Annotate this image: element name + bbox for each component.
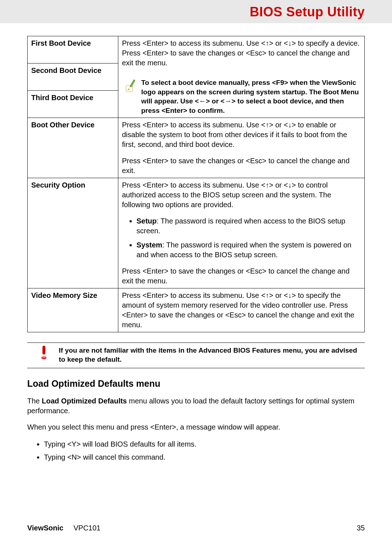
opt-setup-name: Setup bbox=[136, 217, 157, 225]
boot-devices-description: Press <Enter> to access its submenu. Use… bbox=[118, 36, 365, 118]
security-options-list: Setup: The password is required when acc… bbox=[122, 216, 361, 260]
opt-system-name: System bbox=[136, 241, 162, 249]
list-item-y: Typing <Y> will load BIOS defaults for a… bbox=[44, 439, 365, 450]
header-bar: BIOS Setup Utility bbox=[0, 0, 392, 23]
load-defaults-p2: When you select this menu and press <Ent… bbox=[27, 422, 365, 432]
row-third-boot-label: Third Boot Device bbox=[28, 90, 118, 118]
footer-left: ViewSonic VPC101 bbox=[27, 524, 101, 532]
opt-setup-text: : The password is required when access t… bbox=[136, 217, 345, 235]
boot-other-description: Press <Enter> to access its submenu. Use… bbox=[118, 118, 365, 178]
note-icon bbox=[124, 78, 137, 96]
boot-other-p1: Press <Enter> to access its submenu. Use… bbox=[122, 120, 361, 149]
tip-row: To select a boot device manually, press … bbox=[122, 74, 361, 115]
security-p1: Press <Enter> to access its submenu. Use… bbox=[122, 180, 361, 210]
tip-text: To select a boot device manually, press … bbox=[141, 78, 361, 115]
security-p2: Press <Enter> to save the changes or <Es… bbox=[122, 266, 361, 286]
section-heading-load-defaults: Load Optimized Defaults menu bbox=[27, 378, 365, 389]
svg-rect-3 bbox=[42, 346, 45, 354]
opt-system-text: : The password is required when the syst… bbox=[136, 241, 351, 259]
page-title: BIOS Setup Utility bbox=[250, 4, 365, 20]
warning-icon bbox=[27, 346, 48, 361]
content-area: First Boot Device Press <Enter> to acces… bbox=[0, 23, 392, 463]
footer-model: VPC101 bbox=[73, 524, 101, 532]
security-option-setup: Setup: The password is required when acc… bbox=[136, 216, 361, 236]
video-mem-description: Press <Enter> to access its submenu. Use… bbox=[118, 288, 365, 332]
svg-point-5 bbox=[42, 356, 46, 358]
load-defaults-list: Typing <Y> will load BIOS defaults for a… bbox=[27, 439, 365, 463]
row-first-boot-label: First Boot Device bbox=[28, 36, 118, 63]
footer-brand: ViewSonic bbox=[27, 524, 64, 532]
warning-block: If you are not familiar with the items i… bbox=[27, 342, 365, 368]
load-defaults-p1: The Load Optimized Defaults menu allows … bbox=[27, 396, 365, 416]
page-footer: ViewSonic VPC101 35 bbox=[27, 524, 365, 532]
row-second-boot-label: Second Boot Device bbox=[28, 63, 118, 90]
row-security-label: Security Option bbox=[28, 178, 118, 288]
footer-page-number: 35 bbox=[357, 524, 365, 532]
warning-text: If you are not familiar with the items i… bbox=[59, 346, 365, 364]
bios-options-table: First Boot Device Press <Enter> to acces… bbox=[27, 36, 365, 332]
security-option-system: System: The password is required when th… bbox=[136, 240, 361, 260]
boot-desc-text: Press <Enter> to access its submenu. Use… bbox=[122, 38, 361, 68]
list-item-n: Typing <N> will cancel this command. bbox=[44, 452, 365, 463]
p1-a: The bbox=[27, 397, 42, 405]
row-boot-other-label: Boot Other Device bbox=[28, 118, 118, 178]
row-video-mem-label: Video Memory Size bbox=[28, 288, 118, 332]
boot-other-p2: Press <Enter> to save the changes or <Es… bbox=[122, 156, 361, 176]
p1-strong: Load Optimized Defaults bbox=[42, 397, 127, 405]
security-description: Press <Enter> to access its submenu. Use… bbox=[118, 178, 365, 288]
